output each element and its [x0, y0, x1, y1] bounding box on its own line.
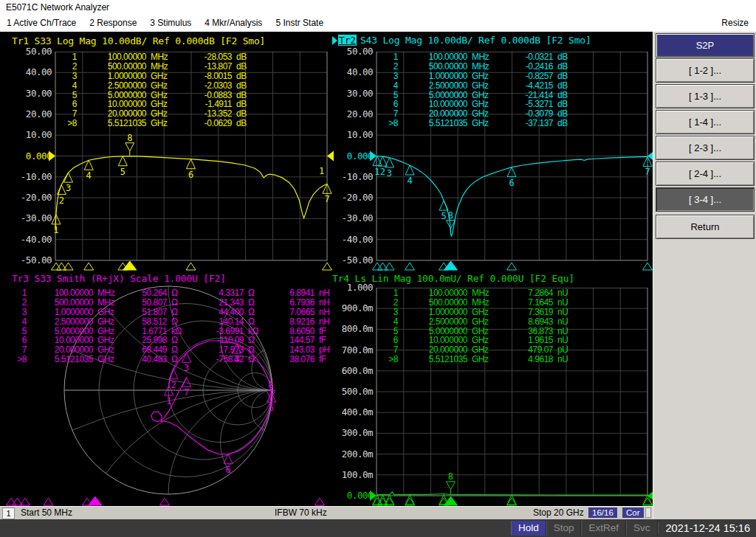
marker-5: 5	[118, 156, 127, 177]
softkey-2-4[interactable]: [ 2-4 ]...	[656, 162, 755, 186]
menu-bar: 1 Active Ch/Trace2 Response3 Stimulus4 M…	[0, 15, 756, 32]
tr2-ytick: -10.00	[323, 171, 373, 182]
marker-table-row: 1100.00000MHz-0.0321dB	[379, 52, 580, 62]
marker-3: 3	[64, 173, 73, 193]
tr3-marker-table: 1100.00000MHz50.264Ω4.3317Ω6.8941nH2500.…	[9, 288, 338, 364]
marker-table-row: 2500.00000MHz-0.2416dB	[379, 62, 580, 72]
menu-item-3-stimulus[interactable]: 3 Stimulus	[143, 15, 198, 32]
svg-text:2: 2	[59, 195, 64, 206]
softkey-1-2[interactable]: [ 1-2 ]...	[656, 58, 755, 83]
menu-item-4-mkr-analysis[interactable]: 4 Mkr/Analysis	[198, 15, 269, 32]
marker-table-row: 1100.00000MHz50.264Ω4.3317Ω6.8941nH	[9, 288, 338, 298]
tr4-ytick: 600.0m	[323, 365, 373, 376]
trace2-title[interactable]: Tr2 S43 Log Mag 10.00dB/ Ref 0.000dB [F2…	[332, 35, 591, 46]
resize-button[interactable]: Resize	[721, 15, 749, 32]
statusbar-grip	[645, 507, 651, 518]
channel-number-box: 1	[2, 507, 15, 519]
stop-indicator: Stop	[546, 521, 582, 536]
tr2-ytick: 50.00	[323, 46, 373, 57]
menu-item-2-response[interactable]: 2 Response	[83, 15, 143, 32]
tr1-ytick: 40.00	[0, 66, 52, 77]
marker-2: 2	[169, 370, 178, 390]
marker-table-row: 2500.00000MHz7.1645nU	[379, 298, 580, 308]
marker-table-row: >85.5121035GHz4.9618nU	[379, 355, 580, 364]
marker-8: 8	[267, 380, 275, 403]
marker-table-row: 42.5000000GHz58.512Ω140.14Ω8.9216nH	[9, 317, 338, 327]
marker-table-row: 31.0000000GHz7.3619nU	[379, 308, 580, 317]
menu-item-1-active-ch-trace[interactable]: 1 Active Ch/Trace	[0, 15, 83, 32]
trace1-title[interactable]: Tr1 S33 Log Mag 10.00dB/ Ref 0.000dB [F2…	[12, 35, 265, 46]
tr4-ytick: 500.0m	[323, 386, 373, 397]
tr1-marker-table: 1100.00000MHz-28.053dB2500.00000MHz-13.8…	[58, 52, 258, 128]
tr2-ytick: 0.000	[323, 150, 373, 162]
marker-6: 6	[224, 454, 233, 475]
tr2-marker-table: 1100.00000MHz-0.0321dB2500.00000MHz-0.24…	[379, 52, 580, 128]
svg-text:5: 5	[441, 211, 446, 221]
svc-indicator: Svc	[626, 521, 658, 536]
softkey-return[interactable]: Return	[656, 215, 755, 239]
softkey-s2p[interactable]: S2P	[656, 33, 755, 58]
ifbw-label: IFBW 70 kHz	[275, 507, 327, 518]
svg-text:6: 6	[188, 170, 193, 180]
marker-table-row: 2500.00000MHz-13.807dB	[58, 62, 258, 72]
hold-indicator: Hold	[511, 521, 546, 536]
softkey-sidebar: S2P[ 1-2 ]...[ 1-3 ]...[ 1-4 ]...[ 2-3 ]…	[653, 32, 756, 519]
tr2-ytick: 40.00	[323, 66, 373, 77]
svg-text:3: 3	[66, 183, 71, 193]
svg-text:5: 5	[120, 167, 126, 177]
svg-text:3: 3	[387, 168, 392, 179]
softkey-2-3[interactable]: [ 2-3 ]...	[656, 136, 755, 160]
tr1-ytick: -10.00	[0, 171, 52, 182]
correction-badge: Cor	[622, 507, 644, 518]
svg-text:6: 6	[225, 465, 230, 475]
svg-text:7: 7	[184, 387, 189, 398]
svg-text:5: 5	[269, 403, 274, 413]
marker-table-row: >85.5121035GHz-0.0629dB	[58, 119, 258, 128]
tr2-ytick: 10.00	[323, 129, 373, 140]
svg-text:8: 8	[448, 471, 453, 482]
menu-item-5-instr-state[interactable]: 5 Instr State	[269, 15, 330, 32]
tr4-ytick: 100.0m	[323, 469, 373, 480]
tr2-ytick: 20.00	[323, 108, 373, 119]
extref-indicator: ExtRef	[581, 521, 626, 536]
start-frequency-label: Start 50 MHz	[21, 507, 72, 518]
trace2-active-label: Tr2	[338, 35, 357, 46]
tr1-ytick: 20.00	[0, 108, 52, 119]
tr1-ytick: 0.000	[0, 150, 52, 162]
svg-text:1: 1	[166, 396, 171, 406]
softkey-1-4[interactable]: [ 1-4 ]...	[656, 110, 755, 134]
datetime-display: 2021-12-24 15:16	[658, 522, 756, 534]
svg-text:8: 8	[127, 133, 132, 143]
tr1-ytick: -20.00	[0, 192, 52, 203]
svg-text:6: 6	[509, 178, 514, 188]
trace3-title[interactable]: Tr3 S33 Smith (R+jX) Scale 1.000U [F2]	[12, 273, 226, 284]
softkey-1-3[interactable]: [ 1-3 ]...	[656, 84, 755, 108]
svg-text:2: 2	[380, 167, 385, 177]
channel-status-bar: 1 Start 50 MHz IFBW 70 kHz Stop 20 GHz 1…	[0, 506, 653, 519]
svg-text:7: 7	[645, 167, 650, 177]
marker-4: 4	[84, 160, 93, 181]
tr4-ytick: 0.000	[323, 490, 373, 501]
tr1-ytick: 30.00	[0, 88, 52, 99]
marker-table-row: >85.5121035GHz40.483Ω-758.32Ω38.076fF	[9, 355, 338, 364]
svg-text:8: 8	[448, 210, 453, 221]
marker-table-row: 42.5000000GHz-2.0303dB	[58, 81, 258, 91]
marker-table-row: 31.0000000GHz-8.0015dB	[58, 72, 258, 81]
marker-table-row: 2500.00000MHz50.807Ω21.343Ω6.7936nH	[9, 298, 338, 308]
trace4-title[interactable]: Tr4 Ls Lin Mag 100.0mU/ Ref 0.000U [F2 E…	[332, 273, 574, 284]
points-badge: 16/16	[588, 507, 617, 518]
tr1-ytick: -30.00	[0, 212, 52, 224]
softkey-3-4[interactable]: [ 3-4 ]...	[656, 187, 755, 212]
trace2-title-text: S43 Log Mag 10.00dB/ Ref 0.000dB [F2 Smo…	[360, 35, 591, 46]
marker-table-row: 42.5000000GHz8.6943nU	[379, 317, 580, 327]
tr4-ytick: 200.0m	[323, 448, 373, 460]
marker-2: 2	[378, 156, 387, 177]
marker-2: 2	[57, 185, 66, 206]
tr2-ytick: -40.00	[323, 234, 373, 245]
window-titlebar: E5071C Network Analyzer	[0, 0, 756, 15]
tr4-marker-table: 1100.00000MHz7.2864nU2500.00000MHz7.1645…	[379, 288, 580, 364]
marker-table-row: 1100.00000MHz-28.053dB	[58, 52, 258, 62]
window-title: E5071C Network Analyzer	[6, 2, 109, 13]
tr2-ytick: -50.00	[323, 254, 373, 266]
svg-text:4: 4	[86, 170, 92, 181]
